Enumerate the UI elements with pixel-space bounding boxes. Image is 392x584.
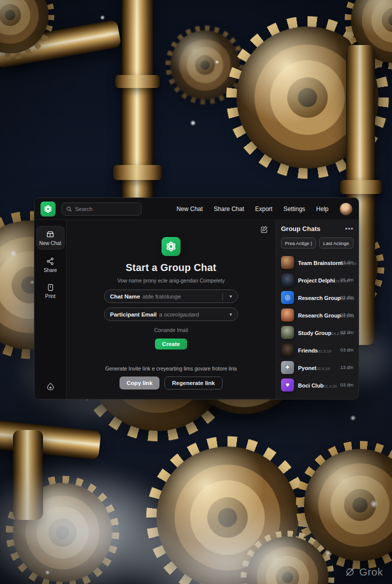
share-icon xyxy=(46,257,54,266)
chat-filters: Prea Acttge | Last Actinge xyxy=(281,238,354,248)
participant-email-label: Participant Email xyxy=(110,312,156,318)
chat-name-placeholder: atde fratolunge xyxy=(142,294,181,300)
chat-avatar-heart-icon: ♥ xyxy=(281,378,294,392)
chat-name: Team Brainstorm xyxy=(298,260,343,266)
participant-email-placeholder: a ocorolgautard xyxy=(159,312,199,318)
search-icon xyxy=(66,206,72,212)
group-chat-logo-icon xyxy=(162,237,180,256)
sidebar-item-label: New Chat xyxy=(40,240,62,246)
chat-avatar xyxy=(281,326,294,339)
chat-list-item[interactable]: Project Delphi29.5.19 05 dm xyxy=(281,271,354,288)
chat-time: 03 dm xyxy=(340,382,354,388)
chat-avatar-plus-icon: ✦ xyxy=(281,361,294,374)
nav-settings[interactable]: Settings xyxy=(284,206,305,212)
group-chats-panel: Group Chats ••• Prea Acttge | Last Actin… xyxy=(276,220,358,399)
bokeh-dot xyxy=(100,15,105,20)
group-chat-app-window: Search New Chat Share Chat Export Settin… xyxy=(34,198,359,400)
app-logo-icon xyxy=(40,202,56,216)
compose-icon xyxy=(260,225,268,234)
chat-list-item[interactable]: ◎ Research Group02.9.43 02 dm xyxy=(281,288,354,306)
link-buttons-row: Copy link Regenerate link xyxy=(66,376,276,390)
top-nav: New Chat Share Chat Export Settings Help xyxy=(176,202,352,216)
chat-list: Team Brainstorm24.5.19 03 dm Project Del… xyxy=(281,254,354,394)
top-bar: Search New Chat Share Chat Export Settin… xyxy=(34,198,358,220)
grok-watermark-label: Grok xyxy=(359,566,383,578)
chat-name: Study Group xyxy=(298,330,332,336)
chat-avatar xyxy=(281,256,294,269)
page-subtitle: Vow name prony ecle anig-gendan Compelet… xyxy=(66,278,276,284)
bokeh-dot xyxy=(350,415,356,421)
chat-list-item[interactable]: Research Group05.5.43 03 dm xyxy=(281,306,354,324)
chat-avatar-app-icon: ◎ xyxy=(281,291,294,304)
chat-subtext: 31.5.19 xyxy=(318,349,332,354)
grok-logo-icon xyxy=(344,566,356,578)
bokeh-dot xyxy=(215,60,219,64)
pipe-flange xyxy=(113,165,162,180)
bokeh-dot xyxy=(370,500,378,508)
chat-list-item[interactable]: Study Group24.2.79 03 dm xyxy=(281,324,354,341)
chat-time: 03 dm xyxy=(340,260,354,265)
left-sidebar: New Chat Share Print xyxy=(34,220,66,399)
bokeh-dot xyxy=(190,120,196,126)
bokeh-dot xyxy=(10,250,17,257)
filter-button-1[interactable]: Prea Acttge | xyxy=(281,238,316,248)
chevron-down-icon[interactable]: ▾ xyxy=(230,312,232,317)
chat-list-item[interactable]: ♥ Boci Club01.9.20 03 dm xyxy=(281,376,354,394)
new-chat-box-icon xyxy=(46,230,54,238)
print-document-icon xyxy=(46,284,54,292)
sidebar-help-button[interactable] xyxy=(46,382,55,393)
compose-new-chat-button[interactable] xyxy=(260,225,268,236)
chat-avatar xyxy=(281,274,294,286)
sidebar-item-new-chat[interactable]: New Chat xyxy=(36,226,64,250)
chat-name: Research Group xyxy=(298,295,341,301)
main-panel: Start a Group Chat Vow name prony ecle a… xyxy=(66,220,276,399)
chat-list-item[interactable]: Friends31.5.19 03 dm xyxy=(281,341,354,358)
chat-name: Friends xyxy=(298,348,318,354)
nav-export[interactable]: Export xyxy=(255,206,272,212)
chat-name: Pyonet xyxy=(298,365,316,371)
sidebar-item-label: Print xyxy=(45,294,56,299)
chat-list-item[interactable]: Team Brainstorm24.5.19 03 dm xyxy=(281,254,354,271)
page-title: Start a Group Chat xyxy=(66,262,276,274)
pipe-decoration xyxy=(122,0,153,215)
chat-name-label: Chat Name xyxy=(110,294,140,300)
participant-email-field[interactable]: Participant Email a ocorolgautard ▾ xyxy=(104,308,238,321)
chat-name: Research Group xyxy=(298,312,341,318)
chat-subtext: 02.0.29 xyxy=(316,366,330,371)
nav-share-chat[interactable]: Share Chat xyxy=(214,206,244,212)
filter-button-2[interactable]: Last Actinge xyxy=(319,238,354,248)
sidebar-item-share[interactable]: Share xyxy=(36,254,64,276)
sidebar-item-label: Share xyxy=(44,268,57,273)
email-helper-text: Conande Imail xyxy=(66,327,276,333)
grok-watermark: Grok xyxy=(344,566,383,578)
chat-time: 13 dm xyxy=(340,364,354,370)
search-input[interactable]: Search xyxy=(62,202,142,216)
invite-link-text: Generate Invite link e creyearting lims … xyxy=(66,366,276,372)
user-avatar[interactable] xyxy=(340,202,352,216)
chat-name: Project Delphi xyxy=(298,278,335,284)
chat-avatar xyxy=(281,344,294,356)
nav-new-chat[interactable]: New Chat xyxy=(176,206,203,212)
ellipsis-menu-icon[interactable]: ••• xyxy=(345,225,354,232)
chat-time: 03 dm xyxy=(340,330,354,335)
create-button[interactable]: Create xyxy=(155,338,187,350)
sidebar-item-print[interactable]: Print xyxy=(36,280,64,302)
field-divider xyxy=(222,293,223,300)
group-chats-title: Group Chats xyxy=(281,225,320,232)
chat-avatar xyxy=(281,308,294,322)
chat-subtext: 01.9.20 xyxy=(324,384,337,388)
chat-name: Boci Club xyxy=(298,382,324,388)
chat-time: 03 dm xyxy=(340,347,354,352)
regenerate-link-button[interactable]: Regenerate link xyxy=(164,376,222,390)
chat-time: 05 dm xyxy=(340,277,354,282)
chat-name-field[interactable]: Chat Name atde fratolunge ▾ xyxy=(104,290,238,303)
chat-time: 03 dm xyxy=(340,312,354,318)
search-placeholder: Search xyxy=(75,206,92,212)
pipe-flange xyxy=(115,75,160,88)
chat-list-item[interactable]: ✦ Pyonet02.0.29 13 dm xyxy=(281,358,354,376)
chat-time: 02 dm xyxy=(340,294,354,300)
copy-link-button[interactable]: Copy link xyxy=(120,376,160,390)
chevron-down-icon[interactable]: ▾ xyxy=(230,294,232,299)
nav-help[interactable]: Help xyxy=(316,206,328,212)
pipe-flange xyxy=(340,180,382,194)
